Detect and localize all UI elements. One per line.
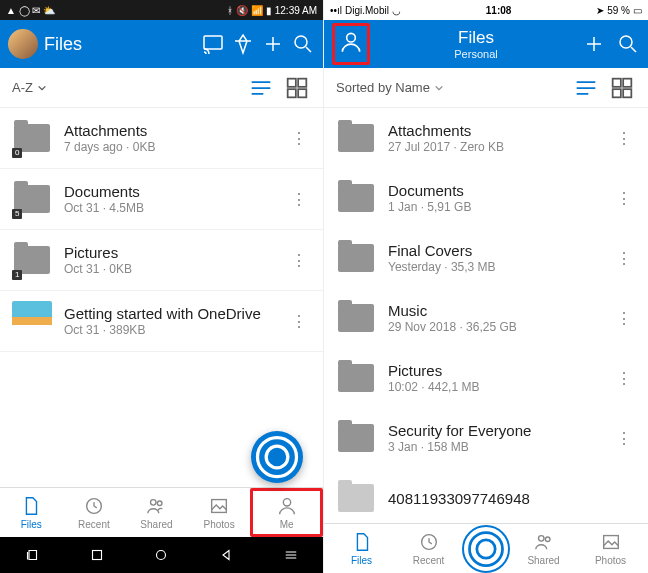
svg-rect-11 [212, 500, 227, 513]
list-item[interactable]: Getting started with OneDriveOct 31 · 38… [0, 291, 323, 352]
svg-point-23 [470, 532, 503, 565]
list-item[interactable]: Music29 Nov 2018 · 36,25 GB⋮ [324, 288, 648, 348]
ios-screen: ••ılDigi.Mobil◡ 11:08 ➤59 %▭ FilesPerson… [324, 0, 648, 573]
tab-files[interactable]: Files [328, 531, 395, 566]
more-icon[interactable]: ⋮ [612, 189, 636, 208]
more-icon[interactable]: ⋮ [287, 251, 311, 270]
view-list-icon[interactable] [247, 74, 275, 102]
svg-point-15 [347, 33, 356, 42]
svg-point-22 [477, 539, 495, 557]
profile-button[interactable] [332, 23, 370, 65]
svg-rect-0 [204, 36, 222, 49]
status-bar: ▲ ◯ ✉ ⛅ ᚼ 🔇 📶 ▮ 12:39 AM [0, 0, 323, 20]
battery-pct: 59 % [607, 5, 630, 16]
svg-rect-17 [613, 78, 621, 86]
signal-icon: ••ıl [330, 5, 342, 16]
svg-rect-13 [92, 551, 101, 560]
more-icon[interactable]: ⋮ [287, 190, 311, 209]
tab-shared[interactable]: Shared [510, 531, 577, 566]
folder-icon [338, 364, 374, 392]
svg-point-9 [151, 500, 157, 506]
view-grid-icon[interactable] [283, 74, 311, 102]
search-icon[interactable] [291, 32, 315, 56]
svg-rect-18 [623, 78, 631, 86]
app-header: FilesPersonal [324, 20, 648, 68]
list-item[interactable]: Security for Everyone3 Jan · 158 MB⋮ [324, 408, 648, 468]
more-icon[interactable]: ⋮ [612, 369, 636, 388]
mute-icon: 🔇 [236, 5, 248, 16]
svg-point-25 [545, 537, 550, 542]
list-item[interactable]: 0Attachments7 days ago · 0KB⋮ [0, 108, 323, 169]
folder-icon [338, 124, 374, 152]
more-icon[interactable]: ⋮ [612, 429, 636, 448]
tab-files[interactable]: Files [0, 488, 63, 537]
svg-rect-19 [613, 89, 621, 97]
folder-icon [338, 184, 374, 212]
battery-icon: ▭ [633, 5, 642, 16]
view-grid-icon[interactable] [608, 74, 636, 102]
page-title: FilesPersonal [376, 28, 576, 60]
scan-fab[interactable] [462, 525, 510, 573]
more-icon[interactable]: ⋮ [612, 249, 636, 268]
nav-menu-icon[interactable] [282, 546, 300, 564]
file-list: Attachments27 Jul 2017 · Zero KB⋮ Docume… [324, 108, 648, 523]
add-icon[interactable] [261, 32, 285, 56]
location-icon: ➤ [596, 5, 604, 16]
list-item[interactable]: Final CoversYesterday · 35,3 MB⋮ [324, 228, 648, 288]
list-item[interactable]: Pictures10:02 · 442,1 MB⋮ [324, 348, 648, 408]
nav-overview-icon[interactable] [88, 546, 106, 564]
scan-fab[interactable] [251, 431, 303, 483]
svg-point-6 [266, 446, 288, 468]
status-time: 12:39 AM [275, 5, 317, 16]
nav-home-icon[interactable] [152, 546, 170, 564]
sort-button[interactable]: A-Z [12, 80, 239, 95]
battery-icon: ▮ [266, 5, 272, 16]
premium-icon[interactable] [231, 32, 255, 56]
sort-button[interactable]: Sorted by Name [336, 80, 564, 95]
svg-point-12 [283, 499, 290, 506]
android-navbar [0, 537, 323, 573]
bluetooth-icon: ᚼ [227, 5, 233, 16]
svg-rect-20 [623, 89, 631, 97]
wifi-icon: ◡ [392, 5, 401, 16]
svg-point-24 [538, 536, 544, 542]
folder-icon [338, 484, 374, 512]
folder-icon [338, 424, 374, 452]
file-thumbnail [12, 301, 52, 341]
sort-bar: Sorted by Name [324, 68, 648, 108]
more-icon[interactable]: ⋮ [612, 129, 636, 148]
bottom-tabs: Files Recent Shared Photos [324, 523, 648, 573]
tab-me[interactable]: Me [250, 488, 323, 537]
svg-rect-5 [298, 89, 306, 97]
nav-recent-icon[interactable] [23, 546, 41, 564]
tab-recent[interactable]: Recent [395, 531, 462, 566]
cast-icon[interactable] [201, 32, 225, 56]
carrier: Digi.Mobil [345, 5, 389, 16]
svg-point-16 [620, 36, 632, 48]
more-icon[interactable]: ⋮ [287, 129, 311, 148]
app-header: Files [0, 20, 323, 68]
tab-shared[interactable]: Shared [125, 488, 188, 537]
add-icon[interactable] [582, 32, 606, 56]
more-icon[interactable]: ⋮ [287, 312, 311, 331]
list-item[interactable]: Documents1 Jan · 5,91 GB⋮ [324, 168, 648, 228]
list-item[interactable]: 1PicturesOct 31 · 0KB⋮ [0, 230, 323, 291]
tab-photos[interactable]: Photos [577, 531, 644, 566]
list-item[interactable]: 40811933097746948 [324, 468, 648, 523]
status-bar: ••ılDigi.Mobil◡ 11:08 ➤59 %▭ [324, 0, 648, 20]
nav-back-icon[interactable] [217, 546, 235, 564]
more-icon[interactable]: ⋮ [612, 309, 636, 328]
svg-point-1 [295, 36, 307, 48]
list-item[interactable]: Attachments27 Jul 2017 · Zero KB⋮ [324, 108, 648, 168]
folder-icon [338, 304, 374, 332]
list-item[interactable]: 5DocumentsOct 31 · 4.5MB⋮ [0, 169, 323, 230]
search-icon[interactable] [616, 32, 640, 56]
avatar[interactable] [8, 29, 38, 59]
tab-photos[interactable]: Photos [188, 488, 251, 537]
android-screen: ▲ ◯ ✉ ⛅ ᚼ 🔇 📶 ▮ 12:39 AM Files A-Z 0Atta… [0, 0, 324, 573]
tab-recent[interactable]: Recent [63, 488, 126, 537]
view-list-icon[interactable] [572, 74, 600, 102]
page-title: Files [44, 34, 195, 55]
signal-icon: 📶 [251, 5, 263, 16]
svg-rect-4 [288, 89, 296, 97]
